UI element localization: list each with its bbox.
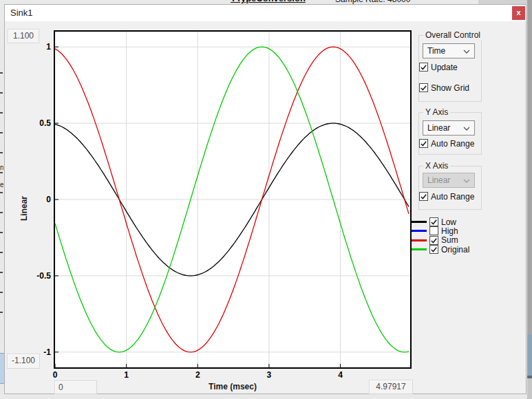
- y-tick-label: 0.5: [23, 118, 51, 129]
- overall-mode-dropdown[interactable]: Time: [423, 43, 475, 58]
- background-axis-ticks-fragment: [0, 72, 3, 321]
- row-show-grid[interactable]: Show Grid: [419, 83, 469, 92]
- label-update: Update: [431, 63, 458, 72]
- legend-swatch-original: [412, 248, 427, 250]
- x-axis-scale-dropdown: Linear: [423, 173, 475, 188]
- check-icon: [430, 237, 438, 244]
- checkbox-original[interactable]: [429, 245, 438, 254]
- background-window-edge: [527, 378, 532, 399]
- label-low: Low: [441, 217, 456, 227]
- y-tick-label: -0.5: [23, 270, 51, 281]
- legend: LowHighSumOriginal: [412, 217, 491, 256]
- plot-area[interactable]: [54, 30, 412, 369]
- label-auto-range: Auto Range: [431, 139, 474, 149]
- row-low[interactable]: Low: [412, 217, 456, 226]
- window-title: Sink1: [10, 8, 33, 18]
- chevron-down-icon: [463, 127, 470, 131]
- x-tick-label: 0: [41, 369, 69, 380]
- label-sum: Sum: [441, 235, 458, 245]
- check-icon: [430, 218, 438, 226]
- background-clipped-char: e: [0, 181, 3, 188]
- x-min-readout[interactable]: 0: [54, 380, 97, 394]
- label-original: Original: [441, 245, 469, 255]
- check-icon: [420, 193, 427, 200]
- label-auto-range: Auto Range: [431, 192, 474, 202]
- check-icon: [430, 246, 438, 253]
- checkbox-show-grid[interactable]: [419, 83, 428, 92]
- y-axis-checkboxes: Auto Range: [419, 139, 480, 149]
- waveform-chart: [55, 32, 410, 367]
- legend-swatch-high: [412, 230, 427, 232]
- row-sum[interactable]: Sum: [412, 236, 458, 245]
- overall-checkboxes: UpdateShow Grid: [419, 63, 480, 94]
- x-tick-label: 4: [327, 369, 354, 380]
- y-axis-scale-dropdown[interactable]: Linear: [423, 120, 475, 136]
- chevron-down-icon: [463, 50, 470, 54]
- checkbox-sum[interactable]: [429, 236, 438, 245]
- background-clipped-char: n: [0, 164, 3, 171]
- group-title: Y Axis: [423, 107, 450, 117]
- title-bar[interactable]: Sink1 x: [5, 5, 526, 21]
- row-high[interactable]: High: [412, 226, 458, 235]
- dropdown-value: Linear: [427, 175, 450, 185]
- check-icon: [420, 140, 427, 147]
- checkbox-update[interactable]: [419, 63, 428, 72]
- dropdown-value: Time: [427, 46, 445, 56]
- dropdown-value: Linear: [427, 123, 450, 133]
- checkbox-auto-range[interactable]: [419, 192, 428, 201]
- background-clipped-text: TTypeConversion: [231, 0, 306, 3]
- background-window-edge: [527, 334, 532, 376]
- background-window-edge: [527, 0, 532, 334]
- check-icon: [420, 84, 427, 91]
- x-tick-label: 2: [184, 369, 211, 380]
- chevron-down-icon: [463, 179, 470, 183]
- sink1-window: Sink1 x 1.100 -1.100 0 4.97917 Linear Ti…: [4, 4, 526, 394]
- legend-swatch-sum: [412, 239, 427, 241]
- row-original[interactable]: Original: [412, 245, 469, 254]
- legend-swatch-low: [412, 221, 427, 223]
- checkbox-high[interactable]: [429, 226, 438, 235]
- y-tick-label: -1: [23, 347, 51, 358]
- x-axis-label: Time (msec): [191, 382, 274, 391]
- x-axis-checkboxes: Auto Range: [419, 192, 480, 202]
- x-tick-label: 1: [113, 369, 140, 380]
- label-show-grid: Show Grid: [431, 83, 469, 93]
- group-title: Overall Control: [423, 30, 482, 40]
- checkbox-auto-range[interactable]: [419, 139, 428, 148]
- row-update[interactable]: Update: [419, 63, 458, 72]
- x-tick-label: 3: [255, 369, 283, 380]
- row-auto-range[interactable]: Auto Range: [419, 192, 474, 201]
- close-button[interactable]: x: [512, 6, 525, 20]
- label-high: High: [441, 226, 458, 236]
- check-icon: [420, 63, 427, 71]
- y-tick-label: 1: [23, 41, 51, 52]
- checkbox-low[interactable]: [429, 217, 438, 226]
- y-tick-label: 0: [23, 194, 51, 205]
- group-title: X Axis: [423, 161, 450, 171]
- row-auto-range[interactable]: Auto Range: [419, 139, 474, 148]
- x-max-readout[interactable]: 4.97917: [369, 380, 413, 394]
